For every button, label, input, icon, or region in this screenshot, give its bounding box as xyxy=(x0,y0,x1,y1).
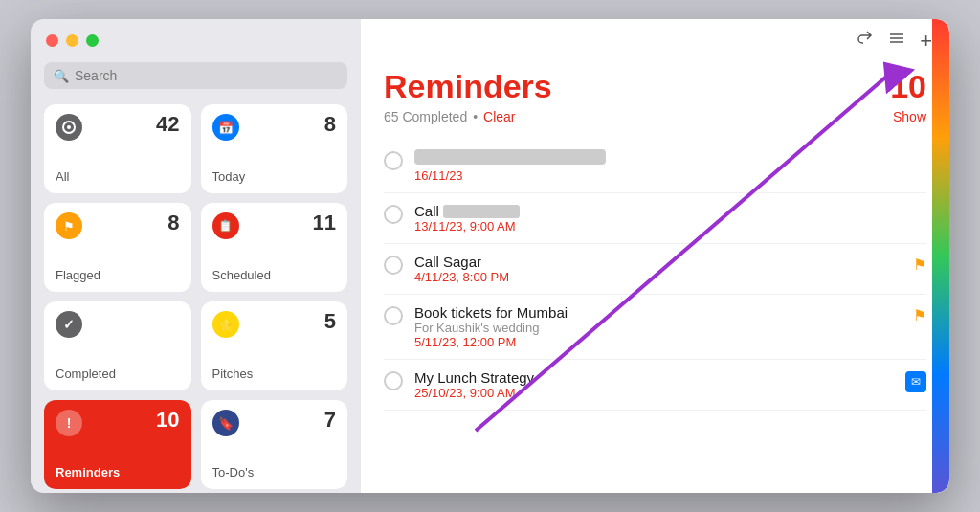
sidebar-item-pitches[interactable]: ⭐ 5 Pitches xyxy=(201,301,348,390)
reminders-label: Reminders xyxy=(56,465,180,479)
scheduled-icon: 📋 xyxy=(212,212,239,239)
show-button[interactable]: Show xyxy=(893,109,926,124)
share-button[interactable] xyxy=(855,29,874,53)
main-title-text: Reminders xyxy=(384,68,552,105)
email-icon: ✉ xyxy=(905,371,926,392)
sidebar-item-today[interactable]: 📅 8 Today xyxy=(201,104,348,193)
flag-icon: ⚑ xyxy=(913,306,926,324)
dot-separator: • xyxy=(473,109,478,124)
flag-icon: ⚑ xyxy=(913,256,926,274)
titlebar xyxy=(44,34,347,47)
reminder-checkbox[interactable] xyxy=(384,371,403,390)
all-icon xyxy=(56,114,82,141)
completed-bar: 65 Completed • Clear Show xyxy=(384,109,926,124)
pitches-label: Pitches xyxy=(212,367,337,381)
reminder-date: 5/11/23, 12:00 PM xyxy=(414,335,902,349)
flagged-label: Flagged xyxy=(56,268,180,282)
all-label: All xyxy=(56,169,180,184)
svg-point-1 xyxy=(67,125,71,129)
main-panel: + Reminders 10 65 Completed • Clear Show xyxy=(361,19,949,493)
completed-icon: ✓ xyxy=(56,311,82,338)
minimize-button[interactable] xyxy=(66,34,78,47)
sidebar-item-completed[interactable]: ✓ Completed xyxy=(44,301,191,390)
sidebar-item-scheduled[interactable]: 📋 11 Scheduled xyxy=(201,203,348,292)
add-reminder-button[interactable]: + xyxy=(920,31,932,52)
reminder-title: Call Sagar xyxy=(414,254,902,270)
search-bar[interactable]: 🔍 xyxy=(44,62,347,89)
app-window: 🔍 42 All 📅 8 Today xyxy=(31,19,949,493)
flagged-count: 8 xyxy=(167,211,179,235)
sidebar-item-todos[interactable]: 🔖 7 To-Do's xyxy=(201,400,348,489)
main-title-row: Reminders 10 xyxy=(384,68,926,105)
reminder-list: 16/11/23 Call 13/11/23, 9:00 AM xyxy=(384,140,926,411)
reminder-title: Book tickets for Mumbai xyxy=(414,304,902,321)
scheduled-label: Scheduled xyxy=(212,268,337,282)
main-content: Reminders 10 65 Completed • Clear Show 1… xyxy=(361,53,949,426)
reminder-title: My Lunch Strategy xyxy=(414,369,894,386)
completed-count-text: 65 Completed xyxy=(384,109,467,124)
sidebar: 🔍 42 All 📅 8 Today xyxy=(31,19,361,493)
reminders-icon: ! xyxy=(56,410,82,436)
search-input[interactable] xyxy=(75,68,338,83)
reminder-checkbox[interactable] xyxy=(384,151,403,170)
reminder-date: 25/10/23, 9:00 AM xyxy=(414,386,894,400)
todos-icon: 🔖 xyxy=(212,410,239,436)
reminder-text: My Lunch Strategy 25/10/23, 9:00 AM xyxy=(414,369,894,400)
reminder-item: Book tickets for Mumbai For Kaushik's we… xyxy=(384,295,926,360)
flagged-icon: ⚑ xyxy=(56,212,82,239)
reminder-text: 16/11/23 xyxy=(414,149,926,183)
reminders-count: 10 xyxy=(156,408,179,433)
close-button[interactable] xyxy=(46,34,58,47)
reminder-title: Call xyxy=(414,203,926,219)
reminder-item: Call Sagar 4/11/23, 8:00 PM ⚑ xyxy=(384,244,926,295)
main-toolbar: + xyxy=(361,19,949,53)
today-icon: 📅 xyxy=(212,114,239,141)
reminder-checkbox[interactable] xyxy=(384,306,403,325)
today-count: 8 xyxy=(324,112,336,137)
main-count-badge: 10 xyxy=(890,68,926,105)
reminder-checkbox[interactable] xyxy=(384,256,403,275)
todos-label: To-Do's xyxy=(212,465,337,479)
completed-label: Completed xyxy=(56,367,180,381)
all-count: 42 xyxy=(156,112,179,137)
scheduled-count: 11 xyxy=(313,211,336,235)
list-view-button[interactable] xyxy=(887,29,906,53)
category-grid: 42 All 📅 8 Today ⚑ 8 Flagged xyxy=(44,104,347,489)
reminder-text: Call Sagar 4/11/23, 8:00 PM xyxy=(414,254,902,284)
search-icon: 🔍 xyxy=(54,69,69,83)
color-stripe xyxy=(932,19,949,493)
pitches-icon: ⭐ xyxy=(212,311,239,338)
reminder-date: 4/11/23, 8:00 PM xyxy=(414,270,902,284)
reminder-item: 16/11/23 xyxy=(384,140,926,193)
reminder-subtitle: For Kaushik's wedding xyxy=(414,321,902,335)
reminder-date: 16/11/23 xyxy=(414,168,926,183)
reminder-text: Call 13/11/23, 9:00 AM xyxy=(414,203,926,234)
reminder-title xyxy=(414,149,606,165)
sidebar-item-flagged[interactable]: ⚑ 8 Flagged xyxy=(44,203,191,292)
reminder-date: 13/11/23, 9:00 AM xyxy=(414,219,926,234)
todos-count: 7 xyxy=(324,408,336,433)
reminder-checkbox[interactable] xyxy=(384,205,403,224)
reminder-item: My Lunch Strategy 25/10/23, 9:00 AM ✉ xyxy=(384,360,926,411)
sidebar-item-all[interactable]: 42 All xyxy=(44,104,191,193)
maximize-button[interactable] xyxy=(86,34,99,47)
sidebar-item-reminders[interactable]: ! 10 Reminders xyxy=(44,400,191,489)
reminder-text: Book tickets for Mumbai For Kaushik's we… xyxy=(414,304,902,349)
pitches-count: 5 xyxy=(324,309,336,334)
reminder-item: Call 13/11/23, 9:00 AM xyxy=(384,193,926,244)
clear-button[interactable]: Clear xyxy=(483,109,515,124)
today-label: Today xyxy=(212,169,337,184)
